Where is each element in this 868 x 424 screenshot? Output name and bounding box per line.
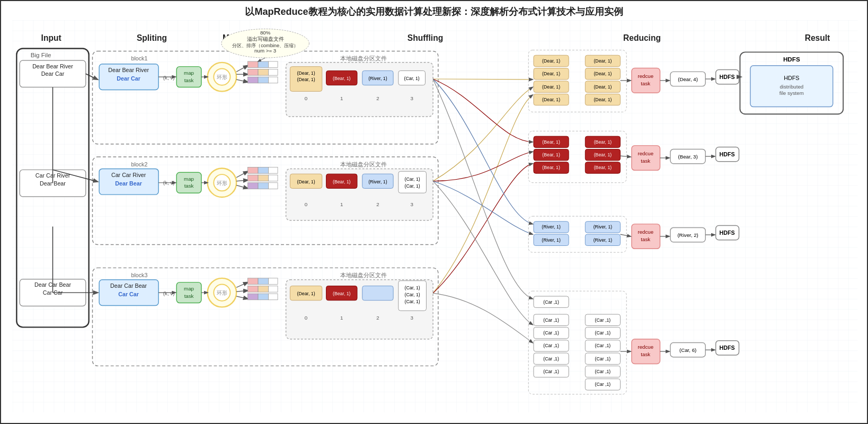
- svg-text:(Bear, 1): (Bear, 1): [594, 165, 612, 170]
- svg-text:HDFS: HDFS: [783, 56, 800, 63]
- svg-rect-118: [258, 278, 268, 285]
- svg-text:(Car, 1): (Car, 1): [405, 183, 420, 189]
- svg-text:map: map: [184, 286, 194, 292]
- svg-text:HDFS: HDFS: [720, 344, 735, 351]
- svg-text:task: task: [641, 81, 650, 86]
- svg-rect-38: [269, 69, 278, 76]
- svg-text:(k, v): (k, v): [163, 290, 175, 296]
- svg-rect-121: [258, 286, 268, 292]
- svg-text:task: task: [184, 293, 194, 299]
- svg-rect-40: [258, 77, 268, 83]
- svg-text:(Car ,1): (Car ,1): [543, 330, 559, 335]
- svg-rect-79: [258, 167, 268, 174]
- svg-text:(Car ,1): (Car ,1): [543, 356, 559, 361]
- svg-text:(Dear, 1): (Dear, 1): [542, 84, 560, 90]
- svg-text:num >= 3: num >= 3: [254, 48, 276, 54]
- svg-rect-124: [258, 294, 268, 300]
- svg-text:(River, 1): (River, 1): [368, 179, 387, 184]
- svg-rect-80: [269, 167, 278, 174]
- svg-text:HDFS: HDFS: [784, 75, 799, 81]
- svg-text:本地磁盘分区文件: 本地磁盘分区文件: [340, 272, 387, 278]
- svg-text:redcue: redcue: [637, 151, 653, 156]
- svg-text:(Bear, 1): (Bear, 1): [333, 179, 351, 184]
- svg-text:task: task: [184, 77, 194, 83]
- svg-text:环形: 环形: [217, 180, 227, 186]
- svg-rect-41: [269, 77, 278, 83]
- svg-text:(Dear, 1): (Dear, 1): [594, 58, 612, 64]
- svg-text:1: 1: [340, 315, 343, 321]
- svg-text:(River, 1): (River, 1): [542, 224, 561, 229]
- svg-text:Dear Car: Dear Car: [117, 75, 140, 82]
- svg-text:(River, 2): (River, 2): [677, 232, 698, 238]
- svg-text:(Car ,1): (Car ,1): [543, 317, 559, 323]
- svg-text:3: 3: [410, 201, 413, 207]
- svg-text:block2: block2: [131, 161, 147, 167]
- svg-text:Input: Input: [41, 33, 61, 42]
- svg-text:Dear Bear: Dear Bear: [115, 180, 142, 187]
- svg-text:redcue: redcue: [637, 229, 653, 235]
- svg-text:(Car, 1): (Car, 1): [405, 176, 420, 182]
- svg-text:(River, 1): (River, 1): [594, 237, 613, 243]
- svg-text:(Bear, 1): (Bear, 1): [333, 291, 351, 296]
- svg-text:(Car ,1): (Car ,1): [595, 382, 611, 387]
- svg-text:1: 1: [340, 95, 343, 101]
- svg-rect-132: [362, 286, 393, 300]
- svg-rect-82: [258, 175, 268, 181]
- svg-text:(Car ,1): (Car ,1): [595, 356, 611, 361]
- svg-text:3: 3: [410, 95, 413, 101]
- svg-text:Dear Bear River: Dear Bear River: [32, 63, 73, 69]
- svg-text:distributed: distributed: [780, 84, 803, 90]
- svg-rect-117: [248, 278, 258, 285]
- svg-text:(Car, 1): (Car, 1): [405, 292, 420, 297]
- svg-text:(Bear, 1): (Bear, 1): [542, 139, 560, 145]
- page-title: 以MapReduce教程为核心的实用数据计算处理新探：深度解析分布式计算技术与应…: [1, 1, 867, 20]
- svg-text:(Car, 1): (Car, 1): [405, 285, 420, 290]
- svg-rect-78: [248, 167, 258, 174]
- svg-text:(Dear, 1): (Dear, 1): [594, 84, 612, 90]
- svg-text:map: map: [184, 70, 194, 76]
- svg-text:2: 2: [376, 95, 379, 101]
- svg-text:Dear Car: Dear Car: [41, 70, 65, 77]
- svg-text:(Dear, 1): (Dear, 1): [542, 58, 560, 64]
- svg-rect-81: [248, 175, 258, 181]
- svg-text:Car Car: Car Car: [118, 291, 139, 297]
- svg-text:Result: Result: [805, 33, 830, 42]
- svg-rect-85: [258, 183, 268, 189]
- svg-text:(Dear, 1): (Dear, 1): [594, 97, 612, 102]
- svg-text:HDFS: HDFS: [720, 151, 735, 157]
- svg-rect-33: [248, 61, 258, 68]
- svg-rect-39: [248, 77, 258, 83]
- svg-rect-123: [248, 294, 258, 300]
- diagram-area: Input Spliting Mapping Shuffling Reducin…: [1, 20, 868, 412]
- svg-text:(Car, 1): (Car, 1): [404, 76, 420, 81]
- svg-text:(Bear, 1): (Bear, 1): [542, 152, 560, 157]
- svg-text:Spliting: Spliting: [137, 33, 167, 42]
- svg-text:task: task: [641, 158, 650, 164]
- main-container: 以MapReduce教程为核心的实用数据计算处理新探：深度解析分布式计算技术与应…: [0, 0, 868, 424]
- svg-text:task: task: [641, 351, 650, 357]
- svg-rect-120: [248, 286, 258, 292]
- svg-text:(Bear, 3): (Bear, 3): [678, 154, 697, 160]
- svg-text:(River, 1): (River, 1): [594, 224, 613, 229]
- svg-rect-86: [269, 183, 278, 189]
- svg-text:(Dear, 1): (Dear, 1): [542, 71, 560, 76]
- svg-rect-84: [248, 183, 258, 189]
- svg-text:(Car ,1): (Car ,1): [595, 369, 611, 374]
- svg-text:Car Car River: Car Car River: [111, 172, 146, 178]
- svg-text:(Dear, 1): (Dear, 1): [297, 70, 315, 76]
- svg-rect-34: [258, 61, 268, 68]
- svg-text:(Dear, 1): (Dear, 1): [297, 179, 315, 184]
- svg-text:(Car, 1): (Car, 1): [405, 299, 420, 304]
- svg-text:(k, v): (k, v): [163, 75, 175, 81]
- svg-text:(Bear, 1): (Bear, 1): [333, 76, 351, 81]
- svg-text:1: 1: [340, 201, 343, 207]
- svg-text:(Bear, 1): (Bear, 1): [594, 152, 612, 157]
- svg-text:block3: block3: [131, 272, 147, 278]
- svg-text:(Dear, 1): (Dear, 1): [542, 97, 560, 102]
- svg-text:(Bear, 1): (Bear, 1): [594, 139, 612, 145]
- svg-text:溢出写磁盘文件: 溢出写磁盘文件: [247, 36, 284, 42]
- svg-rect-119: [269, 278, 278, 285]
- svg-text:block1: block1: [131, 55, 147, 61]
- svg-text:(River, 1): (River, 1): [368, 76, 387, 81]
- svg-text:0: 0: [305, 315, 308, 321]
